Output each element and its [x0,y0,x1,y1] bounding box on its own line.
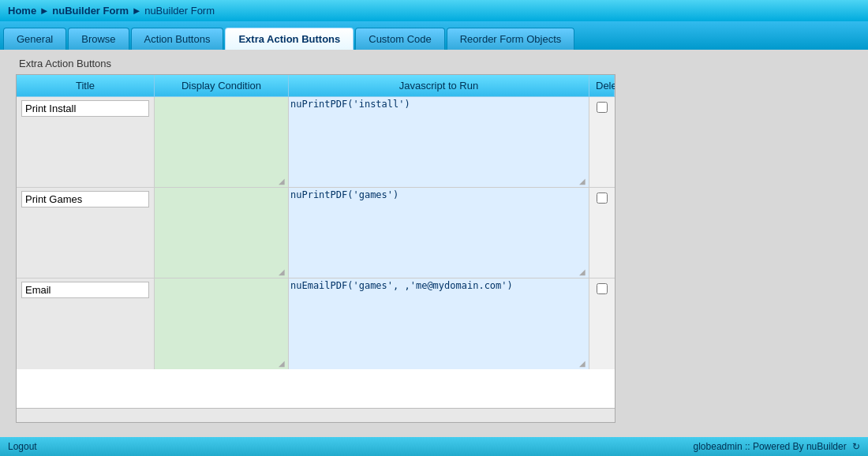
section-title: Extra Action Buttons [19,58,852,69]
tab-custom-code[interactable]: Custom Code [355,28,444,50]
cell-title-1 [17,97,155,187]
textarea-display-3[interactable] [156,280,286,368]
cell-js-1: ◢ [289,97,589,187]
status-bar: Logout globeadmin :: Powered By nuBuilde… [0,437,868,456]
table-row: ◢ ◢ [17,278,615,369]
checkbox-delete-2[interactable] [597,192,608,204]
tab-bar: General Browse Action Buttons Extra Acti… [0,21,868,50]
grid-body[interactable]: ◢ ◢ ◢ [17,97,615,408]
checkbox-delete-3[interactable] [597,283,608,294]
cell-display-1: ◢ [155,97,289,187]
breadcrumb: Home ► nuBuilder Form ► nuBuilder Form [8,5,215,17]
header-title: Title [17,75,155,96]
resize-handle-display-1: ◢ [279,178,286,185]
cell-display-2: ◢ [155,188,289,278]
breadcrumb-nubuilder2: nuBuilder Form [144,5,215,17]
cell-delete-1 [589,97,615,187]
header-delete: Delete [589,75,615,96]
table-row: ◢ ◢ [17,97,615,188]
cell-display-3: ◢ [155,278,289,369]
input-title-1[interactable] [21,100,149,117]
grid-wrapper: Title Display Condition Javascript to Ru… [17,75,615,422]
resize-handle-js-2: ◢ [579,268,587,276]
grid-header: Title Display Condition Javascript to Ru… [17,75,615,97]
breadcrumb-nubuilder1[interactable]: nuBuilder Form [52,5,129,17]
refresh-icon[interactable]: ↻ [852,441,860,452]
tab-action-buttons[interactable]: Action Buttons [131,28,224,50]
horizontal-scrollbar[interactable] [17,408,615,422]
top-bar: Home ► nuBuilder Form ► nuBuilder Form [0,0,868,21]
breadcrumb-home[interactable]: Home [8,5,36,17]
textarea-display-2[interactable] [156,189,286,276]
textarea-js-3[interactable] [290,280,587,368]
textarea-js-2[interactable] [290,189,587,276]
textarea-display-1[interactable] [156,99,286,185]
checkbox-delete-1[interactable] [597,102,608,113]
cell-js-3: ◢ [289,278,589,369]
main-content: Extra Action Buttons Title Display Condi… [0,50,868,437]
header-display: Display Condition [155,75,289,96]
resize-handle-display-3: ◢ [279,360,286,368]
cell-js-2: ◢ [289,188,589,278]
cell-delete-3 [589,278,615,369]
input-title-2[interactable] [21,191,149,207]
cell-title-3 [17,278,155,369]
breadcrumb-arrow2: ► [132,5,142,17]
header-js: Javascript to Run [289,75,589,96]
table-row: ◢ ◢ [17,188,615,278]
breadcrumb-arrow1: ► [39,5,50,17]
resize-handle-js-1: ◢ [579,178,587,185]
powered-by: globeadmin :: Powered By nuBuilder ↻ [694,441,860,452]
logout-button[interactable]: Logout [8,441,37,452]
tab-browse[interactable]: Browse [68,28,129,50]
resize-handle-js-3: ◢ [579,360,587,368]
tab-reorder-form-objects[interactable]: Reorder Form Objects [447,28,575,50]
input-title-3[interactable] [21,282,149,298]
cell-delete-2 [589,188,615,278]
textarea-js-1[interactable] [290,99,587,185]
tab-general[interactable]: General [3,28,66,50]
table-container: Title Display Condition Javascript to Ru… [16,74,615,423]
tab-extra-action-buttons[interactable]: Extra Action Buttons [225,28,354,50]
cell-title-2 [17,188,155,278]
resize-handle-display-2: ◢ [279,268,286,276]
